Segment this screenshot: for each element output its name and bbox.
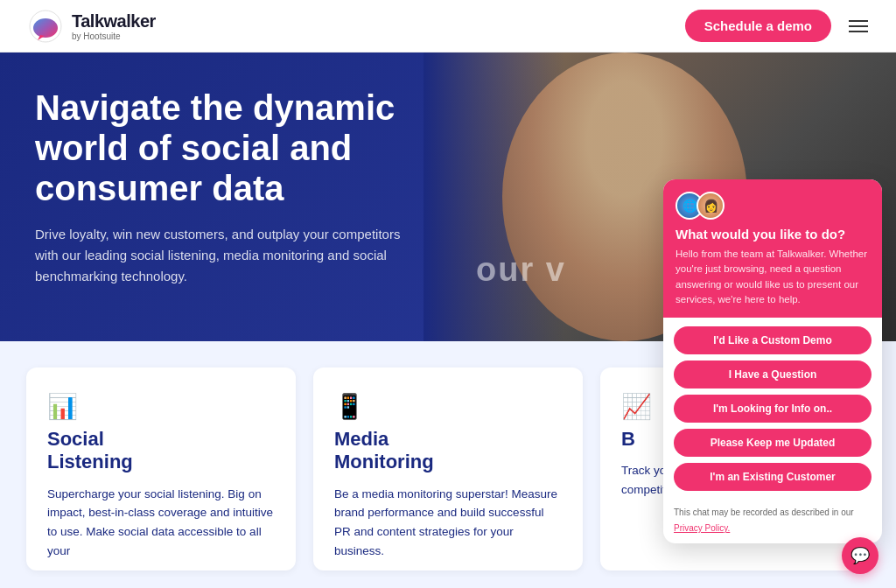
media-monitoring-desc: Be a media monitoring superstar! Measure… [334,485,562,560]
chat-header: 🌐 👩 What would you like to do? Hello fro… [663,179,882,318]
chat-btn-existing-customer[interactable]: I'm an Existing Customer [674,463,872,491]
hero-title: Navigate the dynamic world of social and… [35,88,429,208]
chat-buttons: I'd Like a Custom Demo I Have a Question… [663,318,882,496]
logo-name: Talkwalker [72,11,156,32]
logo-text: Talkwalker by Hootsuite [72,11,156,41]
card-media-monitoring: 📱 MediaMonitoring Be a media monitoring … [313,368,583,570]
hero-overlay-text: our v [476,251,566,289]
chat-footer-text: This chat may be recorded as described i… [674,508,854,517]
logo-area: Talkwalker by Hootsuite [28,9,156,44]
talkwalker-logo-icon [28,9,63,44]
chat-intro-text: Hello from the team at Talkwalker. Wheth… [676,247,870,307]
schedule-demo-button[interactable]: Schedule a demo [685,10,831,42]
chat-btn-question[interactable]: I Have a Question [674,360,872,388]
svg-point-1 [33,18,58,38]
hamburger-line-2 [849,25,868,27]
card-social-listening: 📊 SocialListening Supercharge your socia… [26,368,296,570]
chat-btn-custom-demo[interactable]: I'd Like a Custom Demo [674,326,872,354]
hamburger-menu[interactable] [849,20,868,32]
hamburger-line-1 [849,20,868,22]
chat-fab-button[interactable]: 💬 [842,537,878,574]
media-monitoring-title: MediaMonitoring [334,428,562,474]
logo-sub: by Hootsuite [72,32,156,41]
chat-btn-keep-updated[interactable]: Please Keep me Updated [674,429,872,457]
chat-fab-icon: 💬 [850,546,870,565]
chat-footer: This chat may be recorded as described i… [663,496,882,543]
chat-widget: 🌐 👩 What would you like to do? Hello fro… [663,179,882,543]
privacy-policy-link[interactable]: Privacy Policy. [674,523,730,533]
hamburger-line-3 [849,31,868,32]
chat-btn-info[interactable]: I'm Looking for Info on.. [674,395,872,423]
social-listening-desc: Supercharge your social listening. Big o… [47,485,275,560]
site-header: Talkwalker by Hootsuite Schedule a demo [0,0,896,52]
chat-avatars: 🌐 👩 [676,192,870,220]
media-monitoring-icon: 📱 [334,392,562,421]
hero-left: Navigate the dynamic world of social and… [0,52,464,341]
chat-widget-title: What would you like to do? [676,227,870,242]
hero-subtitle: Drive loyalty, win new customers, and ou… [35,224,420,287]
avatar-2: 👩 [696,192,724,220]
social-listening-icon: 📊 [47,392,275,421]
social-listening-title: SocialListening [47,428,275,474]
header-right: Schedule a demo [685,10,868,42]
